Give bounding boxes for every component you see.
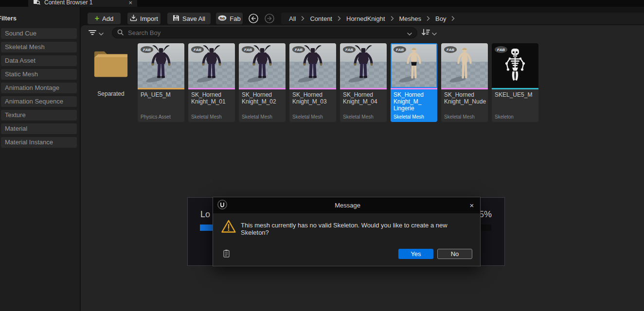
breadcrumb-item-hornedknight[interactable]: HornedKnight: [346, 15, 385, 22]
message-dialog: Message × This mesh currently has no val…: [213, 197, 481, 266]
chevron-down-icon: [432, 29, 437, 37]
breadcrumb: AllContentHornedKnightMeshesBoy: [281, 13, 644, 24]
back-button[interactable]: [248, 13, 259, 24]
no-button[interactable]: No: [437, 249, 472, 259]
message-dialog-titlebar: Message ×: [213, 197, 480, 213]
import-icon: [130, 15, 137, 23]
unreal-logo-icon: [217, 199, 228, 212]
copy-to-clipboard-icon[interactable]: [223, 249, 230, 259]
asset-type-label: Skeletal Mesh: [292, 114, 323, 120]
asset-tile-sk_hornedknight_m_03[interactable]: SK_Horned Knight_M_03 Skeletal Mesh: [289, 43, 336, 122]
import-button-label: Import: [140, 15, 158, 22]
add-button-label: Add: [102, 15, 113, 22]
breadcrumb-chevron-icon: [301, 16, 304, 21]
asset-tile-sk_hornedknight_m_lingerie[interactable]: SK_Horned Knight_M_ Lingerie Skeletal Me…: [391, 43, 437, 122]
asset-name: SK_Horned Knight_M_03: [289, 89, 336, 105]
fab-icon: fab: [218, 15, 227, 22]
filter-options-button[interactable]: [89, 29, 104, 37]
asset-thumbnail: [340, 43, 387, 88]
folder-separated[interactable]: Separated: [88, 47, 134, 97]
folder-icon: [93, 48, 129, 80]
breadcrumb-item-boy[interactable]: Boy: [435, 15, 446, 22]
asset-name: SK_Horned Knight_M_01: [188, 89, 235, 105]
asset-type-label: Skeletal Mesh: [191, 114, 222, 120]
filters-sidebar: Filters Sound CueSkeletal MeshData Asset…: [0, 7, 80, 311]
asset-name: SK_Horned Knight_M_02: [239, 89, 286, 105]
message-text: This mesh currently has no valid Skeleto…: [241, 222, 473, 236]
warning-icon: [221, 219, 236, 236]
breadcrumb-chevron-icon: [451, 16, 455, 21]
asset-type-label: Skeleton: [495, 114, 514, 120]
asset-thumbnail: [188, 43, 235, 88]
breadcrumb-chevron-icon: [427, 16, 430, 21]
tab-content-browser-1[interactable]: Content Browser 1 ×: [28, 0, 137, 7]
toolbar: + Add Import Save All fab Fab AllCo: [0, 7, 644, 25]
import-button[interactable]: Import: [127, 13, 161, 24]
asset-thumbnail: [289, 43, 336, 88]
asset-tile-sk_hornedknight_m_04[interactable]: SK_Horned Knight_M_04 Skeletal Mesh: [340, 43, 387, 122]
breadcrumb-item-content[interactable]: Content: [310, 15, 332, 22]
breadcrumb-item-meshes[interactable]: Meshes: [399, 15, 422, 22]
asset-name: SK_Horned Knight_M_Nude: [441, 89, 488, 105]
filter-chip-material[interactable]: Material: [1, 123, 77, 134]
asset-type-label: Skeletal Mesh: [444, 114, 475, 120]
save-all-button-label: Save All: [182, 15, 205, 22]
asset-thumbnail: [138, 43, 184, 88]
tab-title: Content Browser 1: [44, 0, 125, 6]
breadcrumb-item-all[interactable]: All: [289, 15, 296, 22]
yes-button[interactable]: Yes: [398, 249, 433, 259]
loading-title-fragment: Lo: [200, 209, 210, 220]
filter-chip-animation-sequence[interactable]: Animation Sequence: [1, 96, 77, 107]
asset-type-label: Skeletal Mesh: [394, 114, 424, 120]
asset-type-label: Skeletal Mesh: [343, 114, 374, 120]
asset-type-label: Physics Asset: [141, 114, 171, 120]
filter-chip-skeletal-mesh[interactable]: Skeletal Mesh: [1, 42, 77, 52]
filter-chip-data-asset[interactable]: Data Asset: [1, 55, 77, 66]
content-browser-icon: [33, 0, 40, 7]
asset-thumbnail: [239, 43, 286, 88]
breadcrumb-chevron-icon: [338, 16, 341, 21]
asset-view-panel: Separated PA_UE5_M Physics Asset SK_Horn…: [81, 25, 644, 311]
asset-name: SK_Horned Knight_M_ Lingerie: [391, 89, 437, 112]
loading-percent: 5%: [479, 209, 492, 220]
filter-chip-material-instance[interactable]: Material Instance: [1, 137, 77, 148]
asset-tile-sk_hornedknight_m_nude[interactable]: SK_Horned Knight_M_Nude Skeletal Mesh: [441, 43, 488, 122]
chevron-down-icon: [99, 29, 104, 37]
folder-name: Separated: [88, 90, 134, 97]
fab-button[interactable]: fab Fab: [216, 13, 243, 24]
search-input[interactable]: [127, 29, 404, 37]
asset-name: SK_Horned Knight_M_04: [340, 89, 387, 105]
asset-name: SKEL_UE5_M: [492, 89, 538, 98]
search-icon: [117, 29, 124, 37]
filter-chip-static-mesh[interactable]: Static Mesh: [1, 69, 77, 80]
save-all-button[interactable]: Save All: [167, 13, 211, 24]
tab-strip: Content Browser 1 ×: [0, 0, 644, 7]
breadcrumb-chevron-icon: [391, 16, 394, 21]
forward-button[interactable]: [264, 13, 275, 24]
filter-chip-sound-cue[interactable]: Sound Cue: [1, 28, 77, 39]
close-icon[interactable]: ×: [467, 202, 476, 209]
filter-list: Sound CueSkeletal MeshData AssetStatic M…: [0, 28, 77, 151]
asset-tile-pa_ue5_m[interactable]: PA_UE5_M Physics Asset: [138, 43, 184, 122]
fab-button-label: Fab: [230, 15, 240, 22]
search-bar: [112, 27, 417, 38]
filter-chip-animation-montage[interactable]: Animation Montage: [1, 83, 77, 93]
plus-icon: +: [95, 15, 99, 22]
asset-tile-skel_ue5_m[interactable]: SKEL_UE5_M Skeleton: [492, 43, 538, 122]
sort-view-options-button[interactable]: [421, 29, 437, 37]
tab-close-icon[interactable]: ×: [128, 0, 132, 6]
filters-header: Filters: [0, 15, 17, 22]
asset-tile-sk_hornedknight_m_02[interactable]: SK_Horned Knight_M_02 Skeletal Mesh: [239, 43, 286, 122]
filter-icon: [89, 29, 96, 37]
save-icon: [173, 15, 179, 23]
asset-type-label: Skeletal Mesh: [242, 114, 272, 120]
content-browser-window: Content Browser 1 × + Add Import Save Al…: [0, 0, 644, 311]
filter-chip-texture[interactable]: Texture: [1, 110, 77, 121]
search-options-chevron-icon[interactable]: [407, 29, 412, 37]
asset-name: PA_UE5_M: [138, 89, 184, 98]
asset-thumbnail: [391, 43, 437, 88]
asset-tile-sk_hornedknight_m_01[interactable]: SK_Horned Knight_M_01 Skeletal Mesh: [188, 43, 235, 122]
add-button[interactable]: + Add: [88, 13, 121, 24]
sort-icon: [421, 29, 430, 37]
message-dialog-title: Message: [228, 202, 467, 209]
